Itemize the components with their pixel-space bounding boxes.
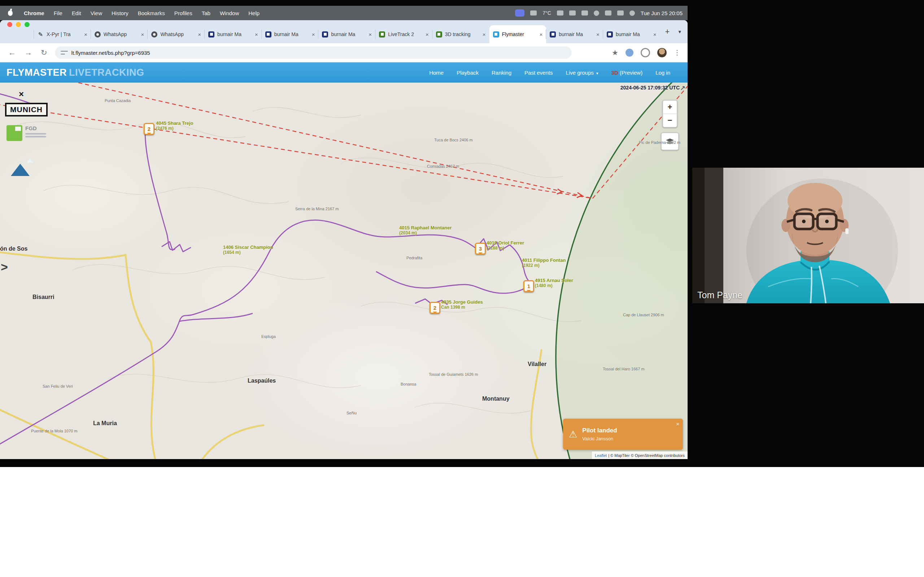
close-icon[interactable]: × [19, 89, 24, 99]
green-favicon [379, 31, 385, 37]
tab-close-icon[interactable]: × [255, 31, 258, 37]
extension-icon[interactable] [625, 49, 633, 56]
tab-whatsapp[interactable]: WhatsApp× [91, 25, 148, 43]
menu-item-history[interactable]: History [107, 10, 133, 16]
tab-close-icon[interactable]: × [84, 31, 87, 37]
tab-close-icon[interactable]: × [312, 31, 315, 37]
forward-button[interactable]: → [21, 48, 36, 57]
close-window-button[interactable] [7, 22, 12, 27]
nav-ranking[interactable]: Ranking [492, 69, 512, 76]
peak-label: Bonansa [401, 382, 416, 386]
pilot-marker[interactable]: 3 [475, 243, 486, 255]
url-text[interactable]: lt.flymaster.net/bs.php?grp=6935 [71, 50, 150, 56]
livetracking-map[interactable]: × MUNICH FGD > 2024-06-25 17:09:32 UTC ↗… [0, 82, 688, 459]
toolbar-right: ★ ⋮ [612, 48, 683, 57]
browser-menu-icon[interactable]: ⋮ [674, 49, 680, 56]
lock-icon[interactable] [557, 10, 564, 16]
nav-playback[interactable]: Playback [457, 69, 478, 76]
tab-burnair-ma[interactable]: burnair Ma× [262, 25, 319, 43]
temperature-text: 7°C [543, 10, 551, 16]
menu-item-profiles[interactable]: Profiles [170, 10, 197, 16]
town-label: ón de Sos [0, 246, 27, 252]
menu-item-chrome[interactable]: Chrome [19, 10, 49, 16]
maximize-window-button[interactable] [24, 22, 30, 27]
menu-item-window[interactable]: Window [215, 10, 244, 16]
flymaster-logo[interactable]: FLYMASTER [6, 67, 67, 78]
tab-3d-tracking[interactable]: 3D tracking× [432, 25, 489, 43]
tab-whatsapp[interactable]: WhatsApp× [148, 25, 205, 43]
back-button[interactable]: ← [5, 48, 19, 57]
menu-item-bookmarks[interactable]: Bookmarks [133, 10, 170, 16]
tab-search-chevron[interactable]: ▾ [675, 29, 685, 35]
nav-past-events[interactable]: Past events [525, 69, 552, 76]
tab-close-icon[interactable]: × [198, 31, 201, 37]
profile-ring-icon[interactable] [641, 48, 650, 57]
peak-label: Comiadas 2467 m [427, 164, 459, 168]
nav-home[interactable]: Home [429, 69, 444, 76]
popup-subtitle: Valcki Jansson [582, 436, 617, 442]
avatar[interactable] [657, 48, 667, 57]
screen-share-icon[interactable] [515, 10, 525, 16]
tab-burnair-ma[interactable]: burnair Ma× [546, 25, 603, 43]
pointer-icon[interactable] [617, 10, 624, 16]
apple-icon[interactable] [8, 10, 13, 16]
tab-close-icon[interactable]: × [426, 31, 429, 37]
pilot-landed-popup[interactable]: ⚠ Pilot landed Valcki Jansson × [563, 419, 683, 450]
pilot-label[interactable]: 4915 Arnau Soler(1480 m) [535, 278, 573, 288]
input-source-icon[interactable] [569, 10, 576, 16]
tab-close-icon[interactable]: × [539, 31, 543, 37]
menu-item-help[interactable]: Help [244, 10, 264, 16]
popup-close-icon[interactable]: × [676, 421, 679, 427]
tab-x-pyr-tra[interactable]: ✎X-Pyr | Tra× [34, 25, 91, 43]
minimize-window-button[interactable] [16, 22, 21, 27]
sync-icon[interactable] [594, 10, 599, 16]
tab-livetrack-2[interactable]: LiveTrack 2× [375, 25, 432, 43]
town-label: La Muria [93, 420, 117, 427]
battery-icon[interactable] [582, 10, 588, 16]
pilot-label[interactable]: 1406 Siscar Champion(1654 m) [223, 245, 273, 255]
tab-close-icon[interactable]: × [596, 31, 599, 37]
menu-item-file[interactable]: File [49, 10, 67, 16]
pilot-label[interactable]: 4935 Jorge GuidesCan 1398 m [441, 300, 483, 310]
pilot-label[interactable]: 4011 Filippo Fontan(1922 m) [522, 258, 565, 268]
tab-burnair-ma[interactable]: burnair Ma× [205, 25, 262, 43]
tab-flymaster[interactable]: Flymaster× [489, 25, 546, 43]
tab-close-icon[interactable]: × [368, 31, 372, 37]
nav-live-groups[interactable]: Live groups ▾ [565, 69, 598, 76]
tab-close-icon[interactable]: × [141, 31, 144, 37]
tab-close-icon[interactable]: × [483, 31, 486, 37]
mission-control-icon[interactable] [605, 10, 611, 16]
tab-burnair-ma[interactable]: burnair Ma× [318, 25, 375, 43]
user-switch-icon[interactable] [630, 10, 635, 16]
fgd-logo-lines [25, 133, 46, 137]
sidebar-expand-chevron[interactable]: > [1, 260, 8, 274]
pilot-label[interactable]: 4015 Raphael Montaner(2034 m) [399, 226, 452, 235]
pilot-label[interactable]: 4019 Oriol Ferrer(2188 m) [486, 240, 524, 251]
menu-item-tab[interactable]: Tab [197, 10, 215, 16]
tab-title: burnair Ma [331, 31, 366, 37]
pilot-marker[interactable]: 2 [144, 123, 155, 135]
zoom-out-button[interactable]: − [663, 114, 677, 127]
bookmark-star-icon[interactable]: ★ [612, 48, 618, 57]
pilot-marker[interactable]: 2 [430, 302, 440, 314]
cursor-icon[interactable] [530, 10, 537, 16]
new-tab-button[interactable]: + [660, 23, 675, 40]
peak-label: Cap de Llauset 2906 m [623, 313, 664, 317]
site-info-icon[interactable] [61, 50, 68, 56]
menu-clock[interactable]: Tue Jun 25 20:05 [641, 10, 683, 16]
peak-label: Señiu [347, 411, 357, 415]
tab-close-icon[interactable]: × [653, 31, 657, 37]
tab-burnair-ma[interactable]: burnair Ma× [603, 25, 660, 43]
pilot-marker[interactable]: 1 [523, 280, 534, 292]
pilot-label[interactable]: 4045 Shara Trejo(2476 m) [156, 121, 193, 131]
menu-items: ChromeFileEditViewHistoryBookmarksProfil… [19, 10, 264, 16]
nav--preview-[interactable]: 3D(Preview) [611, 69, 643, 76]
zoom-in-button[interactable]: + [663, 101, 677, 114]
menu-item-edit[interactable]: Edit [67, 10, 86, 16]
nav-log-in[interactable]: Log in [656, 69, 670, 76]
menu-item-view[interactable]: View [86, 10, 107, 16]
omnibox[interactable]: lt.flymaster.net/bs.php?grp=6935 [55, 47, 572, 59]
leaflet-link[interactable]: Leaflet [595, 453, 607, 458]
reload-button[interactable]: ↻ [37, 48, 50, 57]
window-controls [3, 20, 34, 43]
